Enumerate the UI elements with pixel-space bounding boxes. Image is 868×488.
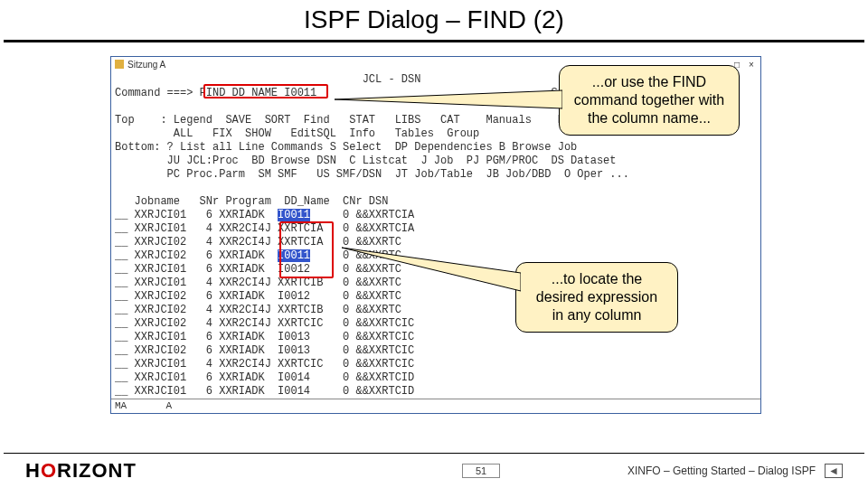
table-row[interactable]: __ XXRJCI01 4 XXR2CI4J XXRTCIC 0 &&XXRTC…: [115, 358, 757, 371]
table-row[interactable]: __ XXRJCI01 6 XXRIADK I0014 0 &&XXRTCID: [115, 371, 757, 385]
brand-h: H: [25, 459, 41, 482]
close-button[interactable]: ×: [746, 60, 757, 69]
status-indicator: A: [165, 400, 172, 411]
callout-locate: ...to locate thedesired expressionin any…: [515, 262, 678, 333]
table-row[interactable]: __ XXRJCI01 6 XXRIADK I0014 0 &&XXRTCID: [115, 385, 757, 399]
table-row[interactable]: __ XXRJCI02 6 XXRIADK I0013 0 &&XXRTCIC: [115, 344, 757, 358]
svg-marker-0: [335, 90, 562, 108]
brand-o: O: [41, 459, 57, 482]
status-ma: MA: [115, 400, 127, 411]
footer-right-text: XINFO – Getting Started – Dialog ISPF: [627, 465, 816, 477]
terminal-statusbar: MA A: [111, 399, 760, 413]
slide-title: ISPF Dialog – FIND (2): [0, 0, 868, 40]
legend-b2: JU JCL:Proc BD Browse DSN C Listcat J Jo…: [115, 155, 757, 168]
page-number: 51: [462, 464, 500, 478]
svg-marker-1: [342, 248, 521, 291]
table-row[interactable]: __ XXRJCI01 6 XXRIADK I0013 0 &&XXRTCIC: [115, 331, 757, 344]
legend-b3: PC Proc.Parm SM SMF US SMF/DSN JT Job/Ta…: [115, 168, 757, 182]
callout-top-text: ...or use the FINDcommand together witht…: [571, 73, 728, 127]
table-row[interactable]: __ XXRJCI01 6 XXRIADK I0011 0 &&XXRTCIA: [115, 209, 757, 222]
col-header: Jobname SNr Program DD_Name CNr DSN: [115, 195, 757, 209]
brand-rest: RIZONT: [57, 459, 137, 482]
table-row[interactable]: __ XXRJCI01 4 XXR2CI4J XXRTCIA 0 &&XXRTC…: [115, 222, 757, 236]
nav-prev-icon[interactable]: ◄: [825, 464, 843, 478]
callout-find-column: ...or use the FINDcommand together witht…: [559, 65, 740, 136]
footer: HORIZONT 51 XINFO – Getting Started – Di…: [0, 459, 868, 483]
brand-logo: HORIZONT: [25, 459, 137, 483]
legend-bot: Bottom: ? List all Line Commands S Selec…: [115, 141, 757, 155]
callout-mid-arrow: [335, 246, 521, 300]
window-title: Sitzung A: [127, 60, 165, 70]
callout-mid-text: ...to locate thedesired expressionin any…: [527, 270, 666, 324]
title-rule: [4, 40, 864, 42]
callout-top-arrow: [324, 83, 562, 119]
window-icon: [115, 60, 124, 69]
footer-rule: [4, 453, 864, 454]
